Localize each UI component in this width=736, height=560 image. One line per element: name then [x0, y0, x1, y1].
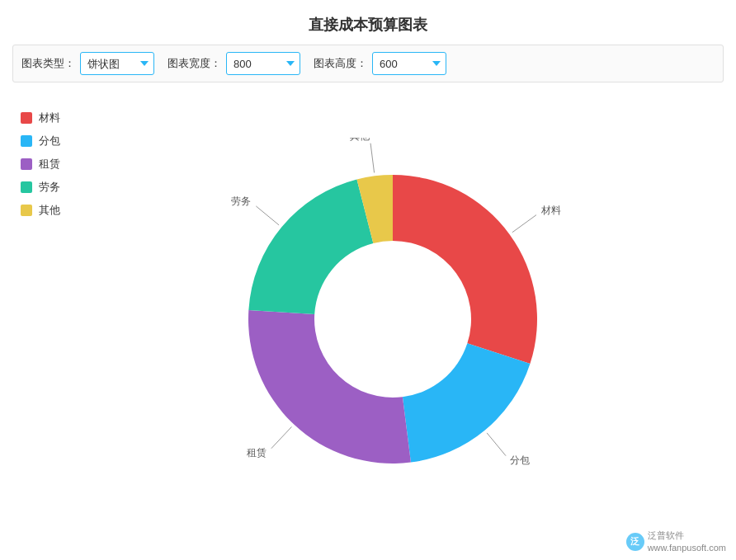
chart-type-item: 图表类型： 饼状图 柱状图 折线图: [21, 52, 154, 75]
legend-item: 其他: [21, 203, 70, 218]
legend-color: [21, 135, 32, 147]
chart-segment: [393, 175, 537, 364]
legend-label: 租赁: [39, 157, 60, 172]
toolbar: 图表类型： 饼状图 柱状图 折线图 图表宽度： 600 700 800 900 …: [12, 45, 724, 82]
watermark-text: 泛普软件 www.fanpusoft.com: [648, 529, 726, 553]
chart-height-select[interactable]: 400 500 600 700: [372, 52, 446, 75]
watermark-company: 泛普软件: [648, 529, 726, 541]
legend-color: [21, 112, 32, 124]
watermark-icon: 泛: [626, 533, 644, 551]
chart-width-item: 图表宽度： 600 700 800 900: [167, 52, 300, 75]
chart-width-select[interactable]: 600 700 800 900: [226, 52, 300, 75]
chart-height-item: 图表高度： 400 500 600 700: [314, 52, 446, 75]
legend-item: 分包: [21, 134, 70, 148]
donut-chart-svg: 材料分包租赁劳务其他: [203, 138, 599, 509]
legend: 材料 分包 租赁 劳务 其他: [12, 94, 78, 552]
page-title: 直接成本预算图表: [12, 8, 724, 45]
chart-label-text: 劳务: [231, 195, 251, 207]
chart-label-line: [256, 205, 279, 224]
legend-item: 劳务: [21, 180, 70, 195]
chart-label-line: [271, 426, 292, 448]
chart-label-text: 分包: [510, 454, 530, 465]
legend-color: [21, 181, 32, 193]
chart-segment: [248, 179, 373, 314]
legend-label: 材料: [39, 111, 60, 125]
chart-type-select[interactable]: 饼状图 柱状图 折线图: [80, 52, 154, 75]
chart-label-line: [512, 214, 536, 232]
chart-segment: [403, 343, 531, 462]
legend-label: 分包: [39, 134, 60, 148]
chart-type-label: 图表类型：: [21, 56, 75, 71]
chart-width-label: 图表宽度：: [167, 56, 221, 71]
legend-color: [21, 158, 32, 170]
watermark: 泛 泛普软件 www.fanpusoft.com: [626, 529, 726, 553]
chart-area: 材料 分包 租赁 劳务 其他 材料分包租赁劳务其他: [12, 94, 724, 552]
legend-color: [21, 205, 32, 216]
chart-label-text: 租赁: [247, 446, 267, 458]
chart-height-label: 图表高度：: [314, 56, 367, 71]
chart-segment: [248, 310, 411, 464]
chart-label-text: 材料: [540, 205, 561, 216]
legend-label: 劳务: [39, 180, 60, 195]
legend-item: 材料: [21, 111, 70, 125]
donut-container: 材料分包租赁劳务其他: [78, 94, 724, 552]
watermark-url: www.fanpusoft.com: [648, 542, 726, 553]
chart-label-line: [487, 432, 506, 455]
legend-label: 其他: [39, 203, 60, 218]
page-container: 直接成本预算图表 图表类型： 饼状图 柱状图 折线图 图表宽度： 600 700…: [0, 0, 736, 560]
chart-label-text: 其他: [350, 138, 370, 142]
legend-item: 租赁: [21, 157, 70, 172]
watermark-icon-text: 泛: [630, 535, 639, 548]
chart-label-line: [370, 143, 375, 172]
